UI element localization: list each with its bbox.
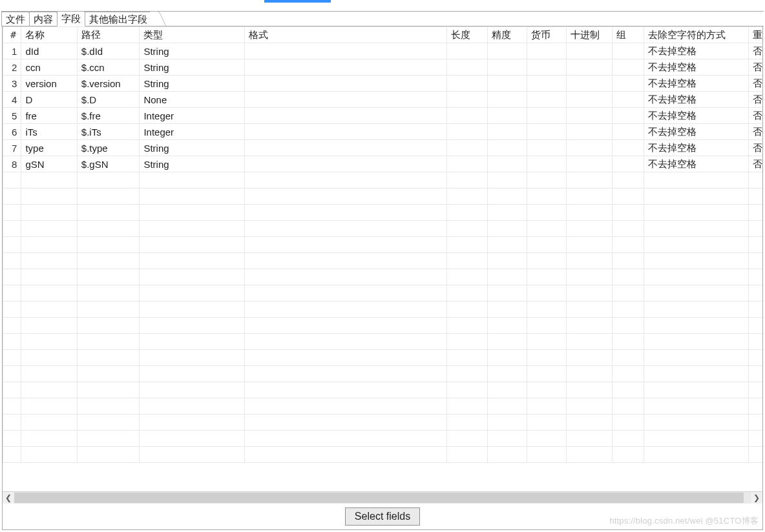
- cell-empty[interactable]: [3, 318, 21, 334]
- cell-empty[interactable]: [244, 318, 446, 334]
- col-repeat[interactable]: 重: [749, 27, 762, 43]
- cell-empty[interactable]: [77, 285, 140, 302]
- cell-empty[interactable]: [488, 431, 527, 447]
- cell-type[interactable]: String: [140, 140, 245, 156]
- cell-format[interactable]: [244, 92, 446, 108]
- cell-empty[interactable]: [140, 237, 245, 253]
- cell-trim[interactable]: 不去掉空格: [644, 140, 749, 156]
- cell-length[interactable]: [447, 140, 488, 156]
- cell-empty[interactable]: [749, 269, 762, 285]
- cell-empty[interactable]: [77, 334, 140, 350]
- cell-empty[interactable]: [77, 398, 140, 414]
- cell-empty[interactable]: [447, 172, 488, 189]
- table-row-empty[interactable]: [3, 366, 763, 382]
- cell-empty[interactable]: [749, 318, 762, 334]
- cell-path[interactable]: $.iTs: [77, 124, 140, 140]
- cell-empty[interactable]: [749, 414, 762, 431]
- cell-empty[interactable]: [527, 366, 566, 382]
- cell-empty[interactable]: [3, 221, 21, 237]
- cell-empty[interactable]: [3, 447, 21, 463]
- cell-empty[interactable]: [527, 285, 566, 302]
- cell-empty[interactable]: [527, 302, 566, 318]
- cell-repeat[interactable]: 否: [749, 124, 762, 140]
- cell-empty[interactable]: [77, 302, 140, 318]
- cell-empty[interactable]: [644, 318, 749, 334]
- cell-empty[interactable]: [447, 414, 488, 431]
- cell-group[interactable]: [613, 43, 644, 59]
- cell-empty[interactable]: [140, 334, 245, 350]
- cell-empty[interactable]: [488, 447, 527, 463]
- cell-idx[interactable]: 8: [3, 156, 21, 172]
- cell-empty[interactable]: [644, 398, 749, 414]
- table-row-empty[interactable]: [3, 285, 763, 302]
- cell-empty[interactable]: [566, 431, 612, 447]
- cell-empty[interactable]: [527, 414, 566, 431]
- table-row-empty[interactable]: [3, 269, 763, 285]
- table-header-row[interactable]: #̂ 名称 路径 类型 格式 长度 精度 货币 十进制 组 去除空字符的方式 重: [3, 27, 763, 43]
- cell-empty[interactable]: [140, 189, 245, 205]
- cell-currency[interactable]: [527, 140, 566, 156]
- cell-empty[interactable]: [21, 285, 77, 302]
- table-row-empty[interactable]: [3, 302, 763, 318]
- cell-empty[interactable]: [77, 447, 140, 463]
- cell-empty[interactable]: [21, 447, 77, 463]
- cell-empty[interactable]: [527, 269, 566, 285]
- cell-empty[interactable]: [749, 285, 762, 302]
- cell-empty[interactable]: [140, 269, 245, 285]
- cell-type[interactable]: Integer: [140, 108, 245, 124]
- cell-empty[interactable]: [566, 382, 612, 398]
- cell-empty[interactable]: [644, 302, 749, 318]
- table-row[interactable]: 5fre$.freInteger不去掉空格否: [3, 108, 763, 124]
- cell-format[interactable]: [244, 76, 446, 92]
- tab-file[interactable]: 文件: [1, 12, 30, 26]
- col-format[interactable]: 格式: [244, 27, 446, 43]
- cell-type[interactable]: None: [140, 92, 245, 108]
- cell-path[interactable]: $.dId: [77, 43, 140, 59]
- cell-empty[interactable]: [3, 382, 21, 398]
- cell-empty[interactable]: [644, 253, 749, 269]
- cell-empty[interactable]: [527, 205, 566, 221]
- cell-empty[interactable]: [488, 172, 527, 189]
- cell-empty[interactable]: [21, 382, 77, 398]
- scroll-thumb[interactable]: [14, 493, 744, 503]
- cell-empty[interactable]: [613, 398, 644, 414]
- cell-empty[interactable]: [488, 205, 527, 221]
- cell-path[interactable]: $.gSN: [77, 156, 140, 172]
- cell-empty[interactable]: [140, 253, 245, 269]
- table-row[interactable]: 3version$.versionString不去掉空格否: [3, 76, 763, 92]
- cell-empty[interactable]: [77, 237, 140, 253]
- cell-type[interactable]: String: [140, 76, 245, 92]
- cell-empty[interactable]: [613, 253, 644, 269]
- cell-empty[interactable]: [140, 172, 245, 189]
- cell-empty[interactable]: [527, 447, 566, 463]
- cell-name[interactable]: dId: [21, 43, 77, 59]
- cell-empty[interactable]: [77, 269, 140, 285]
- cell-empty[interactable]: [244, 414, 446, 431]
- cell-empty[interactable]: [244, 382, 446, 398]
- table-row[interactable]: 4D$.DNone不去掉空格否: [3, 92, 763, 108]
- cell-path[interactable]: $.ccn: [77, 59, 140, 76]
- table-row[interactable]: 8gSN$.gSNString不去掉空格否: [3, 156, 763, 172]
- cell-empty[interactable]: [244, 253, 446, 269]
- cell-empty[interactable]: [566, 221, 612, 237]
- tab-content[interactable]: 内容: [29, 12, 58, 26]
- cell-empty[interactable]: [140, 302, 245, 318]
- cell-empty[interactable]: [447, 318, 488, 334]
- cell-idx[interactable]: 2: [3, 59, 21, 76]
- cell-empty[interactable]: [644, 350, 749, 366]
- cell-empty[interactable]: [749, 382, 762, 398]
- cell-empty[interactable]: [140, 366, 245, 382]
- cell-empty[interactable]: [21, 350, 77, 366]
- cell-empty[interactable]: [447, 205, 488, 221]
- table-row-empty[interactable]: [3, 334, 763, 350]
- cell-empty[interactable]: [447, 285, 488, 302]
- cell-idx[interactable]: 5: [3, 108, 21, 124]
- col-currency[interactable]: 货币: [527, 27, 566, 43]
- cell-empty[interactable]: [77, 221, 140, 237]
- cell-empty[interactable]: [447, 382, 488, 398]
- cell-empty[interactable]: [21, 398, 77, 414]
- cell-length[interactable]: [447, 124, 488, 140]
- cell-empty[interactable]: [613, 172, 644, 189]
- cell-name[interactable]: D: [21, 92, 77, 108]
- cell-decimal[interactable]: [566, 140, 612, 156]
